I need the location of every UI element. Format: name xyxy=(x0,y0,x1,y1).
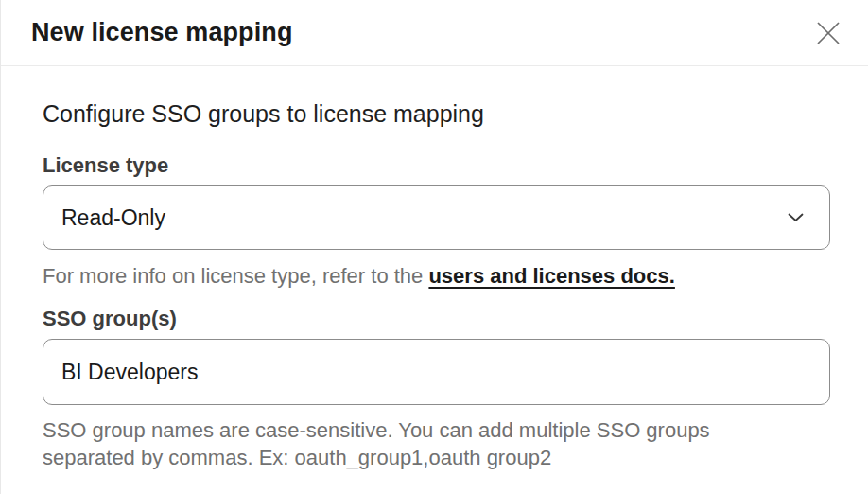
sso-groups-field: SSO group(s) SSO group names are case-se… xyxy=(43,307,830,471)
sso-groups-input[interactable] xyxy=(43,339,830,405)
section-title: Configure SSO groups to license mapping xyxy=(43,100,830,128)
license-type-field: License type Read-Only For more info on … xyxy=(43,153,830,290)
users-and-licenses-docs-link[interactable]: users and licenses docs. xyxy=(428,264,674,288)
close-button[interactable] xyxy=(815,20,842,46)
chevron-down-icon xyxy=(788,213,804,222)
license-type-helper: For more info on license type, refer to … xyxy=(43,262,830,290)
sso-groups-helper: SSO group names are case-sensitive. You … xyxy=(43,416,744,471)
license-type-helper-text: For more info on license type, refer to … xyxy=(43,264,428,288)
modal-body: Configure SSO groups to license mapping … xyxy=(1,66,868,471)
new-license-mapping-modal: New license mapping Configure SSO groups… xyxy=(1,0,868,471)
modal-title: New license mapping xyxy=(31,18,292,47)
license-type-label: License type xyxy=(43,153,830,177)
license-type-select[interactable]: Read-Only xyxy=(43,185,830,250)
license-type-selected-value: Read-Only xyxy=(61,205,165,231)
sso-groups-label: SSO group(s) xyxy=(43,307,830,330)
modal-header: New license mapping xyxy=(1,0,868,66)
close-icon xyxy=(816,21,841,45)
